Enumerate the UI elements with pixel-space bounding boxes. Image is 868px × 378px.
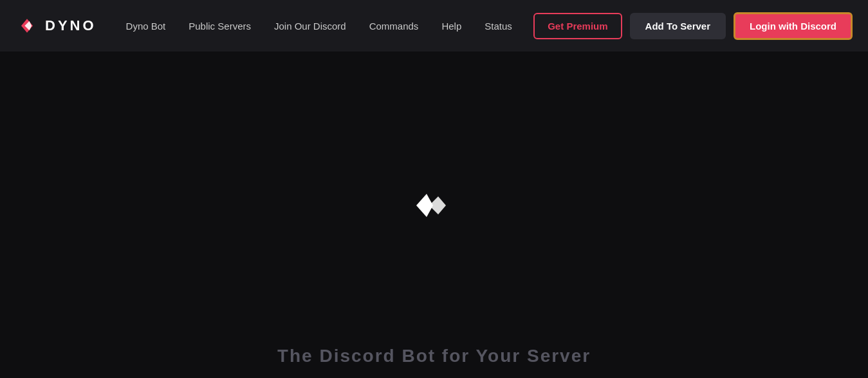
hero-tagline: The Discord Bot for Your Server [277,346,591,366]
svg-marker-3 [429,196,446,214]
logo-link[interactable]: DYNO [15,14,97,37]
hero-section: The Discord Bot for Your Server [0,52,868,378]
nav-dyno-bot[interactable]: Dyno Bot [117,15,175,37]
nav-commands[interactable]: Commands [360,15,428,37]
brand-name: DYNO [45,17,97,34]
nav-public-servers[interactable]: Public Servers [180,15,260,37]
login-with-discord-button[interactable]: Login with Discord [734,12,853,40]
nav-links: Dyno Bot Public Servers Join Our Discord… [117,15,534,37]
nav-status[interactable]: Status [476,15,521,37]
nav-actions: Get Premium Add To Server Login with Dis… [533,12,853,40]
hero-logo-icon [414,185,455,226]
nav-help[interactable]: Help [432,15,470,37]
add-to-server-button[interactable]: Add To Server [630,13,726,39]
navbar: DYNO Dyno Bot Public Servers Join Our Di… [0,0,868,52]
nav-join-discord[interactable]: Join Our Discord [265,15,355,37]
get-premium-button[interactable]: Get Premium [533,13,622,39]
dyno-logo-icon [15,14,39,37]
